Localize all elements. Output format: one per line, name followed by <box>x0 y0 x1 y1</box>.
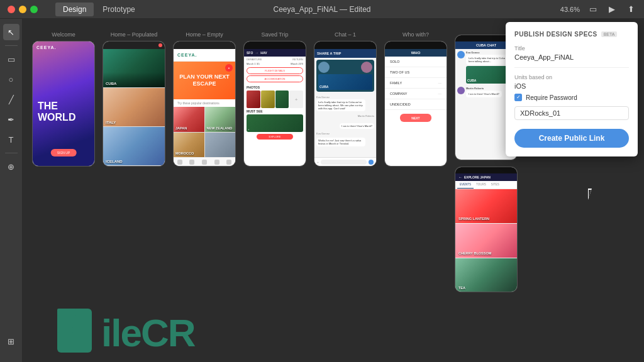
units-field-value: iOS <box>514 82 629 90</box>
chat-phone[interactable]: SHARE A TRIP CUBA <box>314 41 377 167</box>
tab-events[interactable]: EVENTS <box>457 181 474 189</box>
titlebar-right: 43.6% ▭ ▶ ⬆ <box>560 4 636 15</box>
svg-text:ileCR: ileCR <box>101 311 196 354</box>
home-empty-phone[interactable]: CEEYA. PLAN YOUR NEXT ESCAPE + Try these… <box>173 41 236 167</box>
home-pop-grid: CUBA ITALY ICELAND <box>103 49 165 166</box>
next-button[interactable]: NEXT <box>400 114 431 122</box>
option-undecided[interactable]: UNDECIDED <box>385 99 447 110</box>
send-button[interactable] <box>369 160 374 165</box>
password-input[interactable] <box>514 106 629 120</box>
option-two[interactable]: TWO OF US <box>385 67 447 78</box>
close-button[interactable] <box>8 6 15 13</box>
explore-button[interactable]: EXPLORE <box>257 134 294 140</box>
hero-section: PLAN YOUR NEXT ESCAPE + <box>174 62 235 99</box>
chat-header: SHARE A TRIP <box>314 49 376 58</box>
accomodation-btn[interactable]: ACCOMODATION <box>247 75 303 82</box>
create-public-link-button[interactable]: Create Public Link <box>514 129 629 148</box>
chat-screen: SHARE A TRIP CUBA <box>314 41 376 166</box>
user-avatar-2 <box>361 62 372 73</box>
export-icon[interactable]: ⬆ <box>625 4 636 15</box>
tab-sites[interactable]: SITES <box>489 181 502 189</box>
photo-3 <box>275 90 289 108</box>
signin-button[interactable]: SIGN UP <box>51 149 77 156</box>
option-company[interactable]: COMPANY — <box>385 89 447 99</box>
frame-home-empty-label: Home – Empty <box>186 31 223 38</box>
msg2-name: Martin Roberts <box>316 114 374 118</box>
device-icon[interactable]: ▭ <box>587 4 599 15</box>
tea-label: TEA <box>458 286 465 290</box>
iceland-label: ICELAND <box>106 160 123 163</box>
chat-plus-icon: + <box>317 160 319 164</box>
fullscreen-button[interactable] <box>30 6 38 13</box>
photo-1 <box>247 90 260 108</box>
rectangle-tool[interactable]: ▭ <box>3 51 19 67</box>
frame-who-with: Who with? WHO SOLO TWO OF US FAMILY <box>384 31 447 292</box>
select-tool[interactable]: ↖ <box>3 24 19 40</box>
nav-icon-1 <box>177 160 182 165</box>
martin-bubble: I am to there! How's Mardi? <box>466 90 502 97</box>
frames-container: Welcome CEEYA. THE WORLD SIGN UP Home – … <box>23 19 527 305</box>
svg-rect-2 <box>57 327 73 333</box>
events-title: EXPLORE JAPAN <box>464 175 491 179</box>
nav-icon-4 <box>214 160 219 165</box>
back-icon[interactable]: ← <box>458 175 462 179</box>
event-tea: TEA <box>455 258 517 292</box>
tab-tours[interactable]: TOURS <box>474 181 489 189</box>
line-tool[interactable]: ╱ <box>3 91 19 107</box>
event-cherry: CHERRY BLOSSOM <box>455 224 517 258</box>
photo-add[interactable]: + <box>289 90 303 108</box>
events-header: ← EXPLORE JAPAN <box>455 173 517 181</box>
nav-icon-5 <box>226 160 231 165</box>
user-avatar <box>318 62 330 73</box>
tab-design[interactable]: Design <box>55 3 94 16</box>
frame-welcome: Welcome CEEYA. THE WORLD SIGN UP <box>32 31 95 292</box>
chat-trip-card: CUBA <box>316 60 374 92</box>
minimize-button[interactable] <box>19 6 26 13</box>
toolbar-separator <box>5 45 18 46</box>
chat-input-bar: + <box>314 157 376 166</box>
dest-newzealand: NEW ZEALAND <box>205 107 236 132</box>
welcome-phone[interactable]: CEEYA. THE WORLD SIGN UP <box>32 41 95 167</box>
events-screen: ← EXPLORE JAPAN EVENTS TOURS SITES SPRIN… <box>455 167 517 292</box>
text-tool[interactable]: T <box>3 131 19 148</box>
trip-from: SFO <box>247 51 253 55</box>
canvas-area: ↖ ▭ ○ ╱ ✒ T ⊕ ⊞ Welcome CEEYA. THE WORLD… <box>0 19 644 362</box>
msg3-bubble: Works for me! Just saw there's a salsa f… <box>316 138 365 146</box>
frame-who-label: Who with? <box>402 31 429 38</box>
traffic-lights <box>8 6 38 13</box>
check-mark-icon: ✓ <box>516 95 521 100</box>
home-item-cuba: CUBA <box>103 49 165 87</box>
bottom-nav <box>174 157 235 166</box>
publish-divider-1 <box>514 67 629 68</box>
pen-tool[interactable]: ✒ <box>3 111 19 128</box>
titlebar-left: Design Prototype <box>8 3 143 16</box>
frame-home-pop-label: Home – Populated <box>111 31 158 38</box>
play-icon[interactable]: ▶ <box>606 4 618 15</box>
msg2-bubble: I am to there! How's Mardi? <box>340 123 374 129</box>
message-input[interactable] <box>321 160 367 165</box>
who-phone[interactable]: WHO SOLO TWO OF US FAMILY — COMPANY <box>384 41 447 167</box>
home-pop-phone[interactable]: CUBA ITALY ICELAND <box>103 41 165 167</box>
zoom-level[interactable]: 43.6% <box>560 6 580 13</box>
circle-tool[interactable]: ○ <box>3 71 19 87</box>
frame-saved-trip: Saved Trip SFO → HAV DEPARTURE <box>243 31 306 292</box>
cuba-label: CUBA <box>106 82 116 85</box>
zoom-tool[interactable]: ⊕ <box>3 158 19 175</box>
saved-trip-phone[interactable]: SFO → HAV DEPARTURE RETURN March 1 '45 M… <box>243 41 306 167</box>
require-password-row: ✓ Require Password <box>514 94 629 101</box>
plugins-tool[interactable]: ⊞ <box>3 333 19 349</box>
who-topbar <box>385 41 447 49</box>
require-password-checkbox[interactable]: ✓ <box>514 94 522 101</box>
option-family[interactable]: FAMILY — <box>385 78 447 89</box>
event-spring: SPRING LANTERN <box>455 189 517 224</box>
events-phone[interactable]: ← EXPLORE JAPAN EVENTS TOURS SITES SPRIN… <box>455 167 518 292</box>
option-solo[interactable]: SOLO <box>385 57 447 67</box>
chat-messages: Eva Gomez Let's finally take that trip t… <box>314 94 376 157</box>
filecr-logo-svg: ileCR <box>54 305 255 356</box>
trip-header: SFO → HAV <box>244 49 306 57</box>
nz-label: NEW ZEALAND <box>207 126 233 130</box>
departure-label: DEPARTURE <box>247 58 262 61</box>
tab-prototype[interactable]: Prototype <box>95 3 142 16</box>
flight-details-btn[interactable]: FLIGHT DETAILS <box>247 67 303 74</box>
publish-header: PUBLISH DESIGN SPECS BETA <box>514 31 629 38</box>
